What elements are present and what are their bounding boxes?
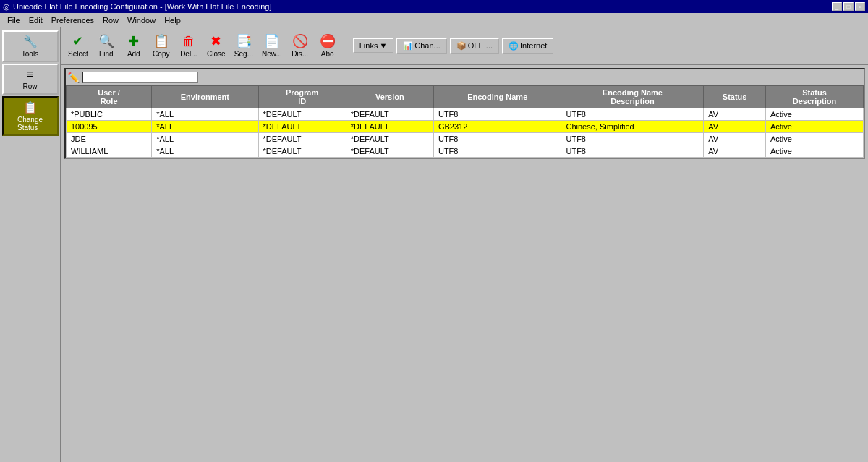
cell-environment: *ALL bbox=[152, 108, 258, 121]
delete-label: Del... bbox=[180, 50, 197, 58]
select-icon: ✔ bbox=[72, 33, 83, 49]
cell-encoding-name: UTF8 bbox=[433, 145, 561, 158]
cell-encoding-name: UTF8 bbox=[433, 108, 561, 121]
cell-program-id: *DEFAULT bbox=[258, 121, 346, 133]
menu-item-preferences[interactable]: Preferences bbox=[47, 14, 98, 26]
col-header-encoding-desc: Encoding NameDescription bbox=[561, 86, 704, 108]
col-header-status-desc: StatusDescription bbox=[765, 86, 863, 108]
change-status-icon: 📋 bbox=[23, 100, 38, 114]
abo-label: Abo bbox=[321, 50, 334, 58]
seg-label: Seg... bbox=[234, 50, 253, 58]
menu-item-help[interactable]: Help bbox=[160, 14, 185, 26]
add-button[interactable]: ✚ Add bbox=[121, 29, 147, 62]
links-arrow-icon: ▼ bbox=[379, 41, 387, 50]
sidebar-row-label: Row bbox=[22, 82, 37, 90]
dis-button[interactable]: 🚫 Dis... bbox=[287, 29, 313, 62]
cell-user-role: WILLIAML bbox=[67, 145, 152, 158]
menu-bar: FileEditPreferencesRowWindowHelp bbox=[0, 13, 868, 27]
abo-icon: ⛔ bbox=[320, 33, 336, 49]
minimize-btn[interactable]: _ bbox=[832, 2, 842, 11]
row-icon: ≡ bbox=[27, 68, 33, 81]
sidebar-row-btn[interactable]: ≡ Row bbox=[2, 64, 59, 95]
cell-version: *DEFAULT bbox=[346, 145, 433, 158]
toolbar-separator bbox=[344, 32, 344, 59]
abo-button[interactable]: ⛔ Abo bbox=[315, 29, 341, 62]
sidebar: 🔧 Tools ≡ Row 📋 ChangeStatus bbox=[0, 27, 61, 462]
cell-status: AV bbox=[704, 108, 766, 121]
cell-status: AV bbox=[704, 133, 766, 145]
sidebar-change-status-btn[interactable]: 📋 ChangeStatus bbox=[2, 96, 59, 136]
copy-label: Copy bbox=[153, 50, 169, 58]
add-label: Add bbox=[127, 50, 140, 58]
data-table: User /Role Environment ProgramID Version… bbox=[66, 85, 864, 158]
cell-status-desc: Active bbox=[765, 121, 863, 133]
cell-status-desc: Active bbox=[765, 108, 863, 121]
cell-encoding-desc: UTF8 bbox=[561, 145, 704, 158]
close-toolbar-icon: ✖ bbox=[210, 33, 221, 49]
cell-version: *DEFAULT bbox=[346, 133, 433, 145]
select-button[interactable]: ✔ Select bbox=[64, 29, 92, 62]
table-row[interactable]: 100095*ALL*DEFAULT*DEFAULTGB2312Chinese,… bbox=[67, 121, 864, 133]
seg-button[interactable]: 📑 Seg... bbox=[231, 29, 257, 62]
dis-icon: 🚫 bbox=[292, 33, 308, 49]
sidebar-tools-btn[interactable]: 🔧 Tools bbox=[2, 30, 59, 62]
work-area: ✏️ User /Role Environment ProgramID Vers… bbox=[61, 65, 868, 462]
sidebar-tools-label: Tools bbox=[22, 50, 38, 58]
toolbar: ✔ Select 🔍 Find ✚ Add 📋 Copy 🗑 Del... ✖ bbox=[61, 27, 868, 65]
chan-button[interactable]: 📊 Chan... bbox=[396, 38, 446, 54]
cell-user-role: JDE bbox=[67, 133, 152, 145]
title-icon: ◎ bbox=[3, 2, 10, 12]
col-header-user-role: User /Role bbox=[67, 86, 152, 108]
links-label: Links bbox=[359, 41, 378, 50]
menu-item-row[interactable]: Row bbox=[98, 14, 123, 26]
close-toolbar-button[interactable]: ✖ Close bbox=[203, 29, 229, 62]
cell-encoding-name: UTF8 bbox=[433, 133, 561, 145]
delete-button[interactable]: 🗑 Del... bbox=[176, 29, 202, 62]
cell-encoding-desc: UTF8 bbox=[561, 133, 704, 145]
ole-icon: 📦 bbox=[456, 41, 467, 51]
search-input[interactable] bbox=[82, 72, 198, 83]
toolbar-links: Links ▼ 📊 Chan... 📦 OLE ... 🌐 Internet bbox=[353, 38, 554, 54]
add-icon: ✚ bbox=[128, 33, 139, 49]
title-text: Unicode Flat File Encoding Configuration… bbox=[13, 2, 829, 11]
close-btn[interactable]: × bbox=[855, 2, 865, 11]
grid-container: ✏️ User /Role Environment ProgramID Vers… bbox=[64, 68, 865, 159]
select-label: Select bbox=[68, 50, 88, 58]
menu-item-window[interactable]: Window bbox=[123, 14, 160, 26]
internet-button[interactable]: 🌐 Internet bbox=[502, 38, 553, 54]
cell-environment: *ALL bbox=[152, 145, 258, 158]
search-row: ✏️ bbox=[66, 69, 864, 85]
cell-status: AV bbox=[704, 145, 766, 158]
maximize-btn[interactable]: □ bbox=[843, 2, 854, 11]
tools-icon: 🔧 bbox=[23, 35, 38, 48]
new-button[interactable]: 📄 New... bbox=[258, 29, 286, 62]
cell-version: *DEFAULT bbox=[346, 108, 433, 121]
table-row[interactable]: WILLIAML*ALL*DEFAULT*DEFAULTUTF8UTF8AVAc… bbox=[67, 145, 864, 158]
find-button[interactable]: 🔍 Find bbox=[93, 29, 119, 62]
links-button[interactable]: Links ▼ bbox=[353, 38, 394, 53]
table-row[interactable]: JDE*ALL*DEFAULT*DEFAULTUTF8UTF8AVActive bbox=[67, 133, 864, 145]
close-toolbar-label: Close bbox=[207, 50, 226, 58]
chan-label: Chan... bbox=[414, 41, 440, 50]
cell-status-desc: Active bbox=[765, 133, 863, 145]
chan-icon: 📊 bbox=[403, 41, 413, 51]
col-header-version: Version bbox=[346, 86, 433, 108]
cell-encoding-name: GB2312 bbox=[433, 121, 561, 133]
copy-button[interactable]: 📋 Copy bbox=[148, 29, 174, 62]
cell-version: *DEFAULT bbox=[346, 121, 433, 133]
cell-program-id: *DEFAULT bbox=[258, 133, 346, 145]
col-header-encoding-name: Encoding Name bbox=[433, 86, 561, 108]
new-label: New... bbox=[262, 50, 282, 58]
dis-label: Dis... bbox=[292, 50, 308, 58]
main-content: ✔ Select 🔍 Find ✚ Add 📋 Copy 🗑 Del... ✖ bbox=[61, 27, 868, 462]
find-icon: 🔍 bbox=[98, 33, 114, 49]
cell-encoding-desc: Chinese, Simplified bbox=[561, 121, 704, 133]
cell-encoding-desc: UTF8 bbox=[561, 108, 704, 121]
ole-button[interactable]: 📦 OLE ... bbox=[450, 38, 499, 54]
menu-item-edit[interactable]: Edit bbox=[25, 14, 47, 26]
menu-item-file[interactable]: File bbox=[3, 14, 25, 26]
col-header-status: Status bbox=[704, 86, 766, 108]
table-row[interactable]: *PUBLIC*ALL*DEFAULT*DEFAULTUTF8UTF8AVAct… bbox=[67, 108, 864, 121]
copy-icon: 📋 bbox=[153, 33, 169, 49]
cell-status-desc: Active bbox=[765, 145, 863, 158]
